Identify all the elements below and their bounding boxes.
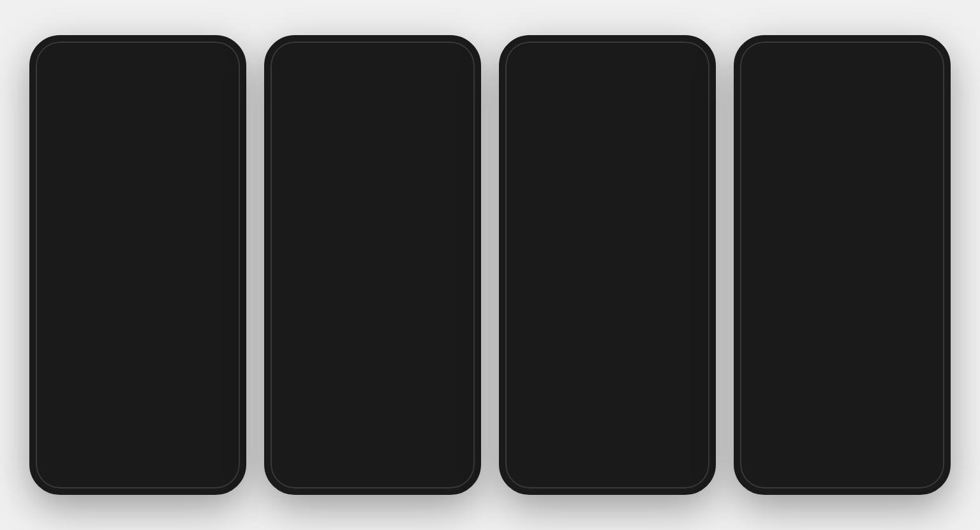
app-row-garden: 🌿 Garden Shop our exclusive plants. Ad G… bbox=[47, 220, 228, 266]
discover-link-recipe[interactable]: recipe saver bbox=[139, 179, 228, 188]
svg-point-4 bbox=[634, 196, 647, 209]
user-avatar[interactable]: 👤 bbox=[208, 76, 228, 96]
nav-apps-3[interactable]: ⬡ Apps bbox=[598, 456, 613, 480]
you-might-see-all[interactable]: See All bbox=[905, 310, 933, 322]
back-btn[interactable]: ‹ Search bbox=[750, 71, 789, 82]
search-nav-icon: 🔍 bbox=[205, 456, 221, 471]
language-label: Language bbox=[752, 95, 791, 105]
nav-today-1[interactable]: 📰 Today bbox=[52, 456, 69, 480]
language-value[interactable]: English and 7 more › bbox=[850, 95, 933, 105]
similar-icon-planter: P bbox=[752, 373, 781, 402]
result-name-garden: Garden bbox=[332, 112, 414, 124]
discover-link-escape[interactable]: escape room bbox=[139, 165, 228, 175]
result-card-garden: 🌿 Garden Shop our exclusive plants. Get … bbox=[279, 103, 466, 261]
result-get-planter[interactable]: Get bbox=[422, 285, 457, 303]
result-get-garden[interactable]: Get bbox=[422, 121, 457, 139]
developer-website-row[interactable]: Developer Website bbox=[752, 152, 933, 179]
you-might-label: You Might Also Like bbox=[752, 310, 854, 322]
search-bar[interactable]: 🔍 Games, Apps, Stories, and More 🎤 bbox=[47, 100, 228, 121]
similar-get-garden[interactable]: Get bbox=[898, 335, 933, 353]
nav-search-3[interactable]: 🔍 Search bbox=[673, 456, 694, 480]
today-date: July 1 bbox=[580, 80, 607, 91]
results-content: 🌿 Garden Shop our exclusive plants. Get … bbox=[271, 97, 475, 448]
similar-name-planter: Planter bbox=[787, 378, 891, 388]
age-value[interactable]: 4+ › bbox=[917, 114, 933, 124]
result-dev-garden: 🏢 Garden, Ltd. bbox=[343, 155, 392, 163]
discover-link-slideshow[interactable]: slideshow maker bbox=[139, 152, 228, 162]
nav-apps-4[interactable]: ⬡ Apps bbox=[833, 456, 848, 480]
nav-search-2[interactable]: 🔍 Search bbox=[438, 456, 459, 480]
nav-games-2[interactable]: 🚀 Games bbox=[323, 456, 344, 480]
nav-arcade-4[interactable]: 🕹 Arcade bbox=[868, 457, 888, 480]
more-get-egg[interactable]: Get bbox=[898, 271, 933, 289]
today-content: Today July 1 👤 bbox=[505, 62, 709, 445]
more-by-see-all[interactable]: See All bbox=[905, 246, 933, 259]
app-name-letter: Letter Paint bbox=[88, 326, 186, 337]
similar-garden: 🌿 Garden Shop our exclusive plants. Ad G… bbox=[752, 322, 933, 367]
signal-icon-2: ▲▲▲ bbox=[412, 50, 435, 59]
get-btn-guitar[interactable]: Get bbox=[193, 374, 228, 391]
search-results-bar: 🔍 gardening ✕ Cancel bbox=[271, 62, 475, 97]
time-2: 9:41 bbox=[285, 49, 302, 59]
nav-arcade-1[interactable]: 🕹 Arcade bbox=[163, 457, 184, 480]
similar-desc-garden: Shop our exclusive plants. bbox=[787, 339, 891, 348]
nav-today-3[interactable]: 📰 Today bbox=[521, 456, 538, 480]
license-agreement-row[interactable]: License Agreement 📋 bbox=[752, 207, 933, 234]
nav-arcade-2[interactable]: 🕹 Arcade bbox=[398, 457, 419, 480]
get-btn-letter[interactable]: Get bbox=[193, 327, 228, 345]
status-bar-2: 9:41 ▲▲▲ 📶 🔋 bbox=[271, 42, 475, 62]
discover-link-video-calls[interactable]: video calls bbox=[47, 152, 137, 162]
featured-illustration: LEARN bbox=[521, 123, 688, 256]
age-chevron-icon: › bbox=[930, 114, 933, 124]
discover-link-interval[interactable]: interval training bbox=[47, 179, 137, 188]
search-input-active[interactable]: 🔍 gardening ✕ bbox=[281, 68, 429, 91]
iap-value[interactable]: No › bbox=[916, 132, 933, 142]
nav-today-4[interactable]: 📰 Today bbox=[756, 456, 773, 480]
more-by-title: More by Gamer Time, LLC See All bbox=[752, 246, 933, 259]
discover-link-brain[interactable]: brain games bbox=[47, 165, 137, 175]
search-query-text: gardening bbox=[304, 74, 349, 86]
privacy-policy-row[interactable]: Privacy Policy 🖐 bbox=[752, 179, 933, 207]
get-btn-garden[interactable]: Get bbox=[193, 234, 228, 252]
app-desc-guitar: Learn to play guitar. bbox=[88, 383, 186, 392]
ad-badge: Ad bbox=[88, 250, 100, 257]
detail-get-btn[interactable]: Get bbox=[894, 67, 934, 86]
nav-games-1[interactable]: 🚀 Games bbox=[89, 456, 109, 480]
nav-games-3[interactable]: 🚀 Games bbox=[558, 456, 579, 480]
language-chevron-icon: › bbox=[930, 95, 933, 105]
screenshot-3-planter: 🌱 bbox=[398, 333, 449, 416]
svg-rect-2 bbox=[549, 220, 564, 238]
time-1: 9:41 bbox=[50, 49, 68, 59]
today-title-group: Today July 1 bbox=[517, 72, 606, 94]
featured-card[interactable]: LEARN GET STARTED Learn Something New Ha… bbox=[514, 104, 701, 308]
result-name-planter: Planter bbox=[332, 276, 414, 288]
phone-2: 9:41 ▲▲▲ 📶 🔋 🔍 gardening ✕ Cancel 🌿 Ga bbox=[264, 35, 481, 495]
nav-today-2[interactable]: 📰 Today bbox=[286, 456, 304, 480]
nav-apps-1[interactable]: ⬡ Apps bbox=[129, 456, 144, 480]
nav-games-4[interactable]: 🚀 Games bbox=[793, 456, 813, 480]
app-desc-garden: Shop our exclusive plants. bbox=[88, 238, 186, 246]
result-desc-planter: Plant identification. bbox=[332, 288, 414, 297]
phone-screen-4: 9:41 ▲▲▲ 📶 🔋 ‹ Search 👤 Get Language En bbox=[740, 42, 944, 488]
result-dev-planter: 🏢 Planter, Ltd. bbox=[343, 319, 391, 327]
nav-search-1[interactable]: 🔍 Search bbox=[204, 456, 224, 480]
signal-icon: ▲▲▲ bbox=[177, 50, 200, 59]
nav-arcade-3[interactable]: 🕹 Arcade bbox=[633, 457, 653, 480]
app-row-guitar: 🎸 Learn Guitar Learn to play guitar. Get bbox=[47, 360, 228, 406]
mic-icon[interactable]: 🎤 bbox=[210, 105, 221, 116]
nav-search-4[interactable]: 🔍 Search bbox=[908, 456, 928, 480]
app-info-letter: Letter Paint Paint happy letters. bbox=[88, 326, 186, 345]
nav-apps-2[interactable]: ⬡ Apps bbox=[364, 456, 378, 480]
similar-get-planter[interactable]: Get bbox=[898, 379, 933, 397]
iap-value-text: No bbox=[916, 132, 927, 142]
screenshot-2-planter: Your plants 🌵 bbox=[343, 333, 394, 416]
today-nav-icon: 📰 bbox=[52, 456, 68, 471]
detail-user-avatar[interactable]: 👤 bbox=[832, 68, 850, 86]
clear-search-icon[interactable]: ✕ bbox=[413, 75, 423, 85]
get-btn-egg[interactable]: Get bbox=[193, 280, 228, 298]
cancel-search-btn[interactable]: Cancel bbox=[434, 74, 464, 85]
detail-info-language: Language English and 7 more › bbox=[740, 91, 944, 110]
nav-search-label: Search bbox=[204, 473, 224, 480]
discover-title: Discover bbox=[47, 132, 228, 146]
today-avatar[interactable]: 👤 bbox=[678, 73, 698, 93]
